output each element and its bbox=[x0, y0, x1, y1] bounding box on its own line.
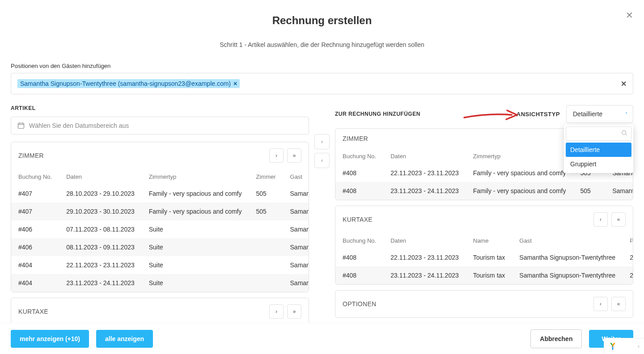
close-icon[interactable]: ✕ bbox=[626, 11, 633, 20]
modal-title: Rechnung erstellen bbox=[11, 14, 633, 27]
optionen-prev-all-button[interactable]: « bbox=[611, 297, 626, 311]
date-range-placeholder: Wählen Sie den Datumsbereich aus bbox=[29, 122, 129, 129]
col-zimmertyp: Zimmertyp bbox=[142, 169, 249, 185]
col-buchung: Buchung No. bbox=[335, 233, 383, 249]
kurtaxe-right-prev-single-button[interactable]: ‹ bbox=[593, 212, 608, 227]
svg-rect-0 bbox=[18, 123, 24, 129]
table-row[interactable]: #40607.11.2023 - 08.11.2023SuiteSamantha… bbox=[11, 220, 309, 238]
right-kurtaxe-panel: KURTAXE ‹ « Buchung No. Daten Name Gast … bbox=[335, 206, 633, 285]
show-more-button[interactable]: mehr anzeigen (+10) bbox=[11, 330, 89, 348]
right-kurtaxe-table: Buchung No. Daten Name Gast Personen N #… bbox=[335, 233, 633, 284]
left-zimmer-panel: ZIMMER › » Buchung No. Daten Zimmertyp Z… bbox=[11, 142, 309, 292]
table-row[interactable]: #40823.11.2023 - 24.11.2023Family - very… bbox=[335, 182, 633, 200]
view-type-value: Detaillierte bbox=[573, 110, 602, 118]
show-all-button[interactable]: alle anzeigen bbox=[96, 330, 153, 348]
left-kurtaxe-title: KURTAXE bbox=[18, 308, 48, 315]
table-row[interactable]: #40608.11.2023 - 09.11.2023SuiteSamantha… bbox=[11, 238, 309, 256]
table-row[interactable]: #40729.10.2023 - 30.10.2023Family - very… bbox=[11, 202, 309, 220]
search-icon bbox=[621, 130, 627, 138]
date-range-input[interactable]: Wählen Sie den Datumsbereich aus bbox=[11, 117, 309, 135]
dropdown-option-detailed[interactable]: Detaillierte bbox=[566, 143, 631, 157]
zimmer-next-single-button[interactable]: › bbox=[269, 148, 284, 163]
items-column: ARTIKEL Wählen Sie den Datumsbereich aus… bbox=[11, 105, 309, 325]
dropdown-option-grouped[interactable]: Gruppiert bbox=[566, 157, 631, 171]
view-type-label: ANSICHTSTYP bbox=[517, 111, 560, 118]
kurtaxe-right-prev-all-button[interactable]: « bbox=[611, 212, 626, 227]
brand-logo-icon bbox=[609, 342, 617, 350]
optionen-prev-single-button[interactable]: ‹ bbox=[593, 297, 608, 311]
modal-subtitle: Schritt 1 - Artikel auswählen, die der R… bbox=[11, 41, 633, 48]
col-buchung: Buchung No. bbox=[11, 169, 59, 185]
guests-clear-icon[interactable]: ✕ bbox=[621, 80, 627, 88]
table-row[interactable]: #40823.11.2023 - 24.11.2023Tourism taxSa… bbox=[335, 266, 633, 284]
col-gast: Gast bbox=[283, 169, 309, 185]
transfer-right-button[interactable]: › bbox=[314, 134, 330, 149]
guests-chip-input[interactable]: Samantha Signupson-Twentythree (samantha… bbox=[11, 73, 633, 94]
view-type-select[interactable]: Detaillierte ˄ bbox=[566, 105, 633, 123]
transfer-left-button[interactable]: ‹ bbox=[314, 153, 330, 168]
table-row[interactable]: #40423.11.2023 - 24.11.2023SuiteSamantha… bbox=[11, 274, 309, 292]
zimmer-next-all-button[interactable]: » bbox=[287, 148, 301, 163]
left-zimmer-title: ZIMMER bbox=[18, 152, 44, 159]
col-daten: Daten bbox=[383, 148, 466, 164]
table-row[interactable]: #40728.10.2023 - 29.10.2023Family - very… bbox=[11, 185, 309, 202]
col-personen: Personen bbox=[623, 233, 633, 249]
brand-corner: ‹ bbox=[604, 338, 644, 354]
left-zimmer-table: Buchung No. Daten Zimmertyp Zimmer Gast … bbox=[11, 169, 309, 292]
guest-chip[interactable]: Samantha Signupson-Twentythree (samantha… bbox=[17, 79, 240, 88]
col-daten: Daten bbox=[59, 169, 142, 185]
view-type-dropdown: Detaillierte Gruppiert bbox=[564, 125, 633, 173]
kurtaxe-left-next-all-button[interactable]: » bbox=[287, 304, 301, 319]
calendar-icon bbox=[17, 122, 25, 129]
table-row[interactable]: #40422.11.2023 - 23.11.2023SuiteSamantha… bbox=[11, 256, 309, 274]
right-optionen-panel: OPTIONEN ‹ « bbox=[335, 290, 633, 318]
dropdown-search-input[interactable] bbox=[566, 126, 631, 141]
guest-chip-remove-icon[interactable]: × bbox=[233, 80, 237, 87]
left-kurtaxe-panel: KURTAXE › » bbox=[11, 298, 309, 325]
col-gast: Gast bbox=[512, 233, 623, 249]
col-buchung: Buchung No. bbox=[335, 148, 383, 164]
create-invoice-modal: ✕ Rechnung erstellen Schritt 1 - Artikel… bbox=[0, 0, 644, 354]
svg-line-5 bbox=[626, 134, 627, 135]
cancel-button[interactable]: Abbrechen bbox=[530, 329, 582, 348]
guests-field-label: Positionen von den Gästen hinzufügen bbox=[11, 63, 633, 69]
right-optionen-title: OPTIONEN bbox=[343, 300, 377, 308]
invoice-column: ZUR RECHNUNG HINZUFÜGEN ANSICHTSTYP Deta… bbox=[335, 105, 633, 318]
svg-point-4 bbox=[622, 131, 626, 135]
items-section-label: ARTIKEL bbox=[11, 105, 309, 111]
table-row[interactable]: #40822.11.2023 - 23.11.2023Tourism taxSa… bbox=[335, 249, 633, 266]
chevron-up-icon: ˄ bbox=[625, 112, 627, 117]
chevron-left-icon[interactable]: ‹ bbox=[638, 343, 640, 350]
col-daten: Daten bbox=[383, 233, 466, 249]
col-name: Name bbox=[466, 233, 513, 249]
modal-footer: mehr anzeigen (+10) alle anzeigen Abbrec… bbox=[0, 323, 644, 354]
col-zimmertyp: Zimmertyp bbox=[466, 148, 573, 164]
invoice-section-label: ZUR RECHNUNG HINZUFÜGEN bbox=[335, 111, 420, 117]
transfer-buttons: › ‹ bbox=[314, 134, 330, 168]
col-zimmer: Zimmer bbox=[249, 169, 283, 185]
right-kurtaxe-title: KURTAXE bbox=[343, 216, 373, 223]
kurtaxe-left-next-single-button[interactable]: › bbox=[269, 304, 284, 319]
right-zimmer-title: ZIMMER bbox=[343, 135, 368, 142]
guest-chip-label: Samantha Signupson-Twentythree (samantha… bbox=[20, 80, 231, 87]
